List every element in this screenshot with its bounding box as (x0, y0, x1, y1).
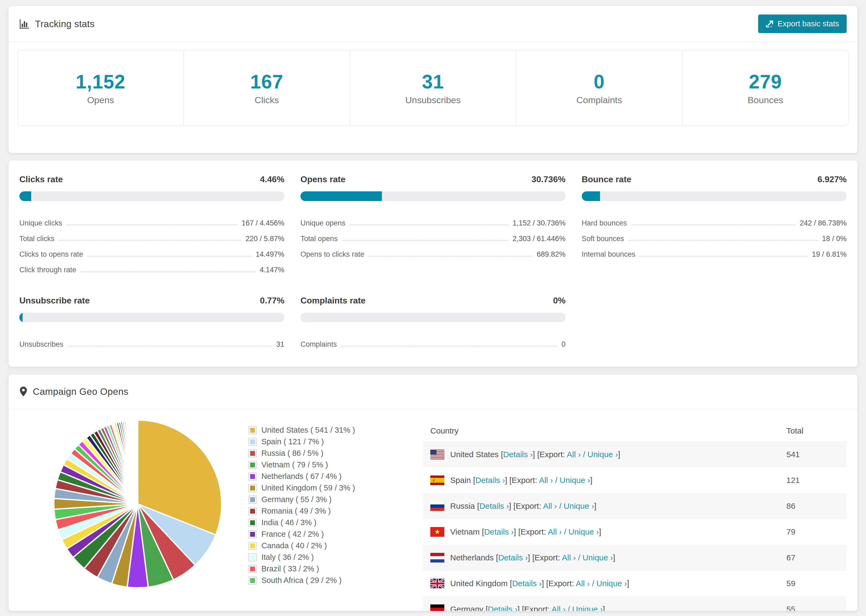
export-unique-link[interactable]: Unique › (587, 450, 618, 459)
stat-row: Internal bounces19 / 6.81% (582, 243, 847, 259)
geo-title-row: Campaign Geo Opens (19, 386, 128, 397)
legend-label: United States ( 541 / 31% ) (261, 426, 355, 435)
export-unique-link[interactable]: Unique › (560, 476, 590, 485)
stat-row: Complaints0 (301, 333, 565, 349)
geo-pie-chart (52, 418, 224, 590)
country-links: Russia [Details ›] [Export: All › / Uniq… (450, 501, 597, 511)
details-link[interactable]: Details › (484, 527, 514, 536)
export-all-link[interactable]: All › (539, 476, 553, 485)
tracking-stats-header: Tracking stats Export basic stats (9, 6, 857, 42)
legend-swatch (249, 438, 257, 446)
geo-table: Country Total United States [Details ›] … (423, 420, 847, 611)
legend-label: Romania ( 49 / 3% ) (261, 507, 331, 515)
export-all-link[interactable]: All › (543, 501, 557, 511)
geo-legend: United States ( 541 / 31% )Spain ( 121 /… (249, 424, 410, 586)
country-cell: Germany [Details ›] [Export: All › / Uni… (430, 605, 786, 611)
stat-row: Unique clicks167 / 4.456% (19, 212, 284, 227)
geo-pie (52, 418, 224, 592)
legend-item: United Kingdom ( 59 / 3% ) (249, 482, 410, 494)
export-unique-link[interactable]: Unique › (564, 501, 594, 511)
complaints-count: 0 (594, 71, 605, 93)
unsubscribe-rate-title: Unsubscribe rate (19, 295, 90, 306)
details-link[interactable]: Details › (498, 553, 527, 562)
total-value: 79 (786, 527, 847, 536)
stat-row: Unique opens1,152 / 30.736% (301, 212, 565, 227)
country-cell: Russia [Details ›] [Export: All › / Uniq… (430, 501, 786, 511)
legend-label: Italy ( 36 / 2% ) (261, 553, 314, 562)
country-links: Vietnam [Details ›] [Export: All › / Uni… (450, 527, 601, 536)
link-separator: / (590, 579, 597, 588)
export-basic-stats-button[interactable]: Export basic stats (758, 14, 847, 33)
tracking-stats-card: Tracking stats Export basic stats 1,152 (9, 6, 857, 153)
export-icon (766, 20, 774, 28)
stat-row: Total opens2,303 / 61.446% (301, 227, 565, 243)
stat-unsubscribes: 31 Unsubscribes (350, 50, 516, 126)
country-cell: Netherlands [Details ›] [Export: All › /… (430, 553, 786, 563)
legend-item: Netherlands ( 67 / 4% ) (249, 471, 410, 482)
legend-swatch (249, 461, 257, 469)
geo-table-row: Vietnam [Details ›] [Export: All › / Uni… (423, 519, 847, 545)
details-link[interactable]: Details › (488, 605, 518, 611)
legend-item: Italy ( 36 / 2% ) (249, 552, 410, 563)
bar-chart-icon (19, 19, 30, 29)
country-cell: Spain [Details ›] [Export: All › / Uniqu… (430, 475, 786, 485)
complaints-rate-bar (301, 313, 565, 322)
total-value: 59 (786, 579, 847, 588)
ru-flag-icon (430, 501, 444, 511)
opens-count: 1,152 (76, 71, 125, 93)
geo-table-header: Country Total (423, 420, 847, 442)
export-all-link[interactable]: All › (552, 605, 565, 611)
export-unique-link[interactable]: Unique › (583, 553, 613, 562)
complaints-rate-section: Complaints rate 0% Complaints0 (301, 295, 565, 349)
tracking-stats-title-row: Tracking stats (19, 19, 94, 29)
geo-table-row: United States [Details ›] [Export: All ›… (423, 442, 847, 467)
details-link[interactable]: Details › (475, 476, 505, 485)
gb-flag-icon (430, 579, 444, 588)
total-column-header: Total (786, 426, 847, 435)
legend-item: Russia ( 86 / 5% ) (249, 448, 410, 459)
pie-slice (137, 420, 138, 504)
export-unique-link[interactable]: Unique › (597, 579, 627, 588)
details-link[interactable]: Details › (503, 450, 533, 459)
total-value: 541 (786, 450, 847, 459)
legend-swatch (249, 496, 257, 504)
country-links: United Kingdom [Details ›] [Export: All … (450, 579, 629, 588)
legend-label: United Kingdom ( 59 / 3% ) (261, 484, 355, 492)
export-unique-link[interactable]: Unique › (572, 605, 603, 611)
export-unique-link[interactable]: Unique › (568, 527, 599, 536)
total-value: 67 (786, 553, 847, 562)
legend-item: Brazil ( 33 / 2% ) (249, 563, 410, 575)
clicks-rate-title: Clicks rate (19, 174, 63, 184)
export-button-label: Export basic stats (778, 19, 839, 28)
export-all-link[interactable]: All › (548, 527, 562, 536)
complaints-rate-title: Complaints rate (301, 295, 365, 306)
details-link[interactable]: Details › (512, 579, 542, 588)
legend-item: France ( 42 / 2% ) (249, 528, 410, 540)
unsubscribe-rate-section: Unsubscribe rate 0.77% Unsubscribes31 (19, 295, 284, 349)
total-value: 121 (786, 476, 847, 485)
page-title: Tracking stats (35, 19, 94, 29)
legend-swatch (249, 426, 257, 434)
nl-flag-icon (430, 553, 444, 563)
legend-label: France ( 42 / 2% ) (261, 530, 324, 539)
legend-item: Vietnam ( 79 / 5% ) (249, 459, 410, 471)
opens-rate-bar (301, 191, 565, 201)
legend-item: Spain ( 121 / 7% ) (249, 436, 410, 448)
bounce-rate-section: Bounce rate 6.927% Hard bounces242 / 86.… (582, 174, 847, 274)
details-link[interactable]: Details › (479, 501, 509, 511)
de-flag-icon (430, 605, 444, 611)
legend-swatch (249, 530, 257, 538)
complaints-rate-value: 0% (553, 295, 565, 306)
export-all-link[interactable]: All › (562, 553, 576, 562)
clicks-rate-value: 4.46% (260, 174, 285, 184)
rates-card: Clicks rate 4.46% Unique clicks167 / 4.4… (9, 160, 857, 367)
export-all-link[interactable]: All › (576, 579, 590, 588)
legend-item: Canada ( 40 / 2% ) (249, 540, 410, 552)
legend-swatch (249, 484, 257, 492)
legend-swatch (249, 507, 257, 515)
export-all-link[interactable]: All › (567, 450, 581, 459)
legend-label: Netherlands ( 67 / 4% ) (261, 472, 342, 481)
total-value: 55 (786, 605, 847, 611)
country-column-header: Country (430, 426, 786, 435)
stat-row: Click through rate4.147% (19, 259, 284, 274)
